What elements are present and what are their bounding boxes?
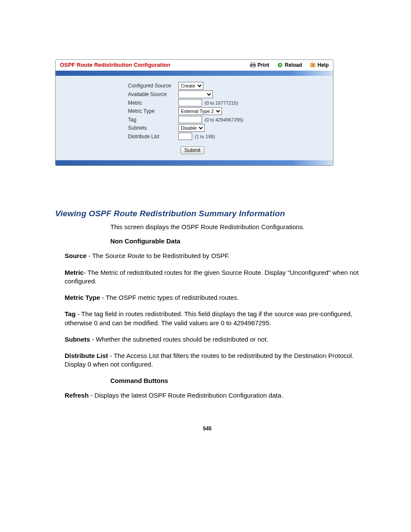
intro-text: This screen displays the OSPF Route Redi…	[110, 223, 359, 231]
reload-icon	[277, 62, 283, 68]
print-label: Print	[258, 62, 269, 68]
panel-header: OSPF Route Redistribution Configuration …	[56, 60, 333, 71]
bottom-bar	[56, 160, 333, 165]
text-dist-list: - The Access List that filters the route…	[65, 352, 354, 368]
label-subnets: Subnets	[60, 125, 178, 131]
desc-source: Source - The Source Route to be Redistri…	[65, 252, 359, 260]
term-metric: Metric	[65, 269, 84, 276]
distribute-list-hint: (1 to 199)	[195, 134, 215, 139]
desc-dist-list: Distribute List - The Access List that f…	[65, 352, 359, 369]
desc-metric-type: Metric Type - The OSPF metric types of r…	[65, 293, 359, 302]
text-refresh: - Displays the latest OSPF Route Redistr…	[89, 392, 283, 399]
row-configured-source: Configured Source Create	[60, 82, 329, 90]
desc-metric: Metric- The Metric of redistributed rout…	[65, 268, 359, 286]
metric-type-select[interactable]: External Type 2	[178, 107, 222, 115]
label-configured-source: Configured Source	[60, 83, 178, 89]
available-source-select[interactable]	[178, 90, 213, 98]
non-config-heading: Non Configurable Data	[110, 237, 359, 245]
text-source: - The Source Route to be Redistributed b…	[87, 252, 230, 259]
form-area: Configured Source Create Available Sourc…	[56, 76, 333, 160]
svg-rect-0	[251, 62, 255, 64]
config-panel: OSPF Route Redistribution Configuration …	[55, 59, 333, 166]
row-distribute-list: Distribute List (1 to 199)	[60, 133, 329, 140]
row-metric-type: Metric Type External Type 2	[60, 107, 329, 115]
printer-icon	[250, 62, 256, 68]
subnets-select[interactable]: Disable	[178, 124, 205, 132]
row-metric: Metric (0 to 16777215)	[60, 99, 329, 106]
row-tag: Tag (0 to 4294967295)	[60, 116, 329, 123]
tag-input[interactable]	[178, 116, 202, 123]
svg-text:?: ?	[312, 63, 314, 67]
tag-hint: (0 to 4294967295)	[205, 117, 243, 122]
text-metric: - The Metric of redistributed routes for…	[65, 269, 358, 285]
panel-title: OSPF Route Redistribution Configuration	[60, 62, 250, 68]
reload-label: Reload	[285, 62, 302, 68]
reload-button[interactable]: Reload	[277, 62, 302, 68]
page-number: 545	[55, 426, 359, 432]
text-subnets: - Whether the subnetted routes should be…	[90, 336, 268, 343]
desc-subnets: Subnets - Whether the subnetted routes s…	[65, 335, 359, 344]
row-subnets: Subnets Disable	[60, 124, 329, 132]
help-label: Help	[318, 62, 329, 68]
desc-tag: Tag - The tag field in routes redistribu…	[65, 310, 359, 327]
configured-source-select[interactable]: Create	[178, 82, 203, 90]
text-metric-type: - The OSPF metric types of redistributed…	[100, 294, 239, 301]
print-button[interactable]: Print	[250, 62, 269, 68]
term-source: Source	[65, 252, 87, 259]
term-subnets: Subnets	[65, 336, 90, 343]
label-metric: Metric	[60, 100, 178, 106]
panel-actions: Print Reload ? Help	[250, 62, 329, 68]
svg-rect-2	[251, 65, 254, 67]
section-heading: Viewing OSPF Route Redistribution Summar…	[55, 209, 359, 218]
help-button[interactable]: ? Help	[310, 62, 329, 68]
term-refresh: Refresh	[65, 392, 89, 399]
term-dist-list: Distribute List	[65, 352, 108, 359]
label-available-source: Available Source	[60, 91, 178, 97]
label-tag: Tag	[60, 117, 178, 123]
submit-button[interactable]: Submit	[181, 146, 204, 154]
distribute-list-input[interactable]	[178, 133, 192, 140]
term-tag: Tag	[65, 310, 76, 317]
submit-row: Submit	[60, 146, 329, 154]
desc-refresh: Refresh - Displays the latest OSPF Route…	[65, 391, 359, 400]
row-available-source: Available Source	[60, 90, 329, 98]
label-metric-type: Metric Type	[60, 108, 178, 114]
metric-hint: (0 to 16777215)	[205, 100, 238, 106]
metric-input[interactable]	[178, 99, 202, 106]
top-bar	[56, 71, 333, 76]
command-buttons-heading: Command Buttons	[110, 377, 359, 384]
label-distribute-list: Distribute List	[60, 134, 178, 140]
term-metric-type: Metric Type	[65, 294, 100, 301]
help-icon: ?	[310, 62, 316, 68]
text-tag: - The tag field in routes redistributed.…	[65, 310, 352, 326]
